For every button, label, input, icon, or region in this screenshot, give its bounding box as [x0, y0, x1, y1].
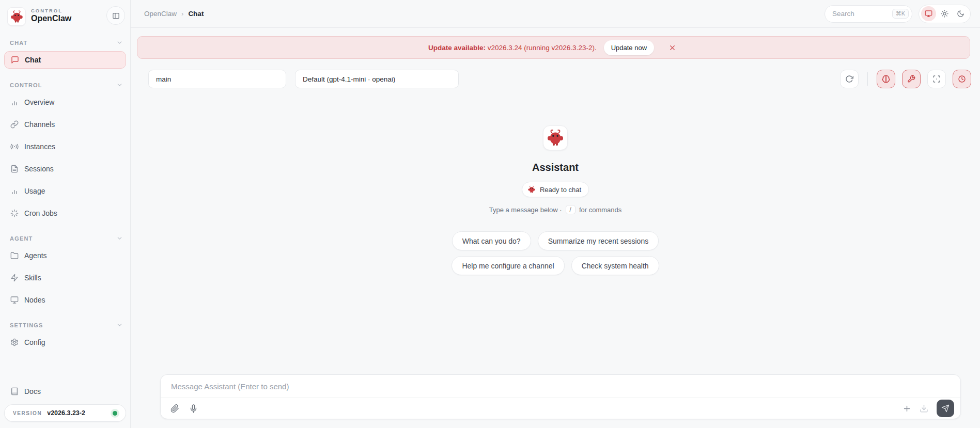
moon-icon [957, 10, 965, 18]
sidebar-item-nodes[interactable]: Nodes [4, 291, 126, 309]
sidebar: CONTROL OpenClaw CHAT Chat CONTROL Overv… [0, 0, 131, 428]
send-button[interactable] [937, 400, 954, 417]
composer-toolbar-right [903, 400, 954, 417]
panel-left-icon [112, 12, 120, 20]
history-toggle-button[interactable] [953, 70, 971, 88]
chat-content: Update available: v2026.3.24 (running v2… [131, 28, 980, 428]
attach-button[interactable] [170, 404, 179, 413]
chevron-down-icon [116, 39, 123, 46]
openclaw-mascot-icon [546, 129, 565, 147]
sidebar-item-label: Chat [25, 56, 41, 64]
sidebar-item-label: Agents [24, 251, 47, 260]
banner-close-button[interactable] [665, 41, 679, 54]
brain-icon [882, 75, 890, 83]
search-input[interactable] [832, 10, 892, 18]
session-name-input[interactable]: main [148, 70, 286, 88]
hint-suffix: for commands [579, 206, 621, 214]
section-label: CHAT [10, 40, 28, 46]
brain-toggle-button[interactable] [877, 70, 895, 88]
update-now-button[interactable]: Update now [604, 40, 654, 55]
sidebar-item-sessions[interactable]: Sessions [4, 160, 126, 178]
sidebar-item-cron-jobs[interactable]: Cron Jobs [4, 204, 126, 222]
sidebar-item-label: Overview [24, 98, 54, 106]
bar-chart-icon [10, 187, 19, 195]
suggestion-chip[interactable]: Summarize my recent sessions [538, 231, 659, 250]
brand-kicker: CONTROL [31, 8, 71, 13]
brand-text: CONTROL OpenClaw [31, 7, 71, 23]
search-shortcut-badge: ⌘K [892, 9, 909, 19]
search-box: ⌘K [825, 5, 912, 23]
section-header-agent[interactable]: AGENT [5, 235, 125, 242]
plus-icon [903, 404, 911, 413]
focus-button[interactable] [927, 70, 946, 88]
download-icon [920, 404, 928, 413]
section-header-chat[interactable]: CHAT [5, 39, 125, 46]
assistant-avatar [543, 125, 568, 150]
book-icon [10, 387, 19, 395]
theme-toggle [919, 5, 971, 23]
sidebar-collapse-button[interactable] [106, 6, 125, 25]
theme-light-button[interactable] [937, 6, 952, 21]
session-toolbar: main Default (gpt-4.1-mini · openai) [148, 70, 971, 88]
sidebar-item-overview[interactable]: Overview [4, 93, 126, 111]
theme-dark-button[interactable] [953, 6, 968, 21]
app-root: CONTROL OpenClaw CHAT Chat CONTROL Overv… [0, 0, 980, 428]
topbar-right: ⌘K [825, 5, 971, 23]
folder-icon [10, 251, 19, 260]
hint-row: Type a message below · / for commands [489, 205, 622, 214]
assistant-hero: Assistant Ready to chat Type a message b… [131, 125, 980, 275]
theme-system-button[interactable] [921, 6, 936, 21]
suggestion-chip[interactable]: What can you do? [452, 231, 531, 250]
monitor-icon [10, 296, 19, 304]
sidebar-item-label: Channels [24, 120, 55, 129]
update-banner-bold: Update available: [428, 44, 486, 52]
breadcrumb-current: Chat [188, 10, 204, 18]
section-header-control[interactable]: CONTROL [5, 82, 125, 88]
hint-prefix: Type a message below · [489, 206, 562, 214]
assistant-title: Assistant [532, 162, 579, 173]
sidebar-item-chat[interactable]: Chat [4, 51, 126, 69]
suggestion-chip[interactable]: Check system health [571, 256, 659, 275]
agent-select[interactable]: Default (gpt-4.1-mini · openai) [295, 70, 459, 88]
bar-chart-icon [10, 98, 19, 106]
tools-toggle-button[interactable] [902, 70, 921, 88]
breadcrumb: OpenClaw › Chat [144, 10, 204, 18]
sidebar-item-config[interactable]: Config [4, 334, 126, 351]
sidebar-item-docs[interactable]: Docs [4, 383, 126, 400]
sidebar-item-agents[interactable]: Agents [4, 247, 126, 264]
send-icon [941, 404, 950, 413]
message-input[interactable] [161, 375, 960, 398]
chevron-down-icon [116, 82, 123, 88]
suggestion-chip[interactable]: Help me configure a channel [452, 256, 564, 275]
update-banner: Update available: v2026.3.24 (running v2… [137, 36, 970, 59]
wrench-icon [907, 75, 915, 83]
refresh-button[interactable] [840, 70, 859, 88]
openclaw-mascot-icon [527, 185, 536, 194]
breadcrumb-separator: › [181, 10, 183, 18]
section-label: AGENT [10, 235, 33, 242]
message-composer [160, 374, 961, 419]
brand-name: OpenClaw [31, 14, 71, 23]
ready-status-badge: Ready to chat [522, 182, 589, 197]
chevron-down-icon [116, 322, 123, 328]
sidebar-item-usage[interactable]: Usage [4, 182, 126, 200]
monitor-icon [925, 10, 932, 18]
sidebar-item-instances[interactable]: Instances [4, 138, 126, 155]
top-bar: OpenClaw › Chat ⌘K [131, 0, 980, 28]
mic-icon [189, 404, 198, 413]
radio-icon [10, 142, 19, 151]
sidebar-item-label: Usage [24, 187, 45, 195]
sidebar-item-label: Skills [24, 274, 41, 282]
mic-button[interactable] [189, 404, 198, 413]
gear-icon [10, 338, 19, 346]
sidebar-item-channels[interactable]: Channels [4, 116, 126, 133]
section-header-settings[interactable]: SETTINGS [5, 322, 125, 328]
chevron-down-icon [116, 235, 123, 242]
sun-icon [941, 10, 948, 18]
download-button[interactable] [920, 404, 928, 413]
toolbar-divider [867, 72, 868, 86]
add-button[interactable] [903, 404, 911, 413]
openclaw-mascot-icon [7, 7, 26, 26]
sidebar-item-skills[interactable]: Skills [4, 269, 126, 287]
breadcrumb-root[interactable]: OpenClaw [144, 10, 177, 18]
